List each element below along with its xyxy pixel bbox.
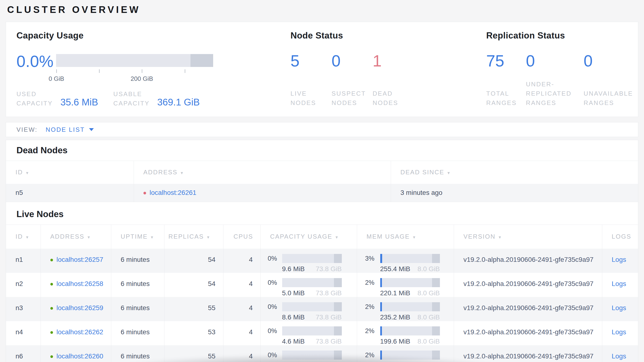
- node-address-link[interactable]: localhost:26262: [56, 328, 103, 336]
- axis-tick-label: 200 GiB: [130, 75, 153, 83]
- capacity-usage-cell: 0% 5.0 MiB73.8 GiB: [260, 273, 357, 297]
- version-cell: v19.2.0-alpha.20190606-2491-gfe735c9a97: [454, 297, 602, 321]
- dead-nodes-label: DEAD NODES: [372, 89, 406, 108]
- node-address-cell: localhost:26258: [40, 273, 111, 297]
- column-header-capacity-usage[interactable]: CAPACITY USAGE▼: [260, 225, 357, 249]
- node-status-section: Node Status 5 LIVE NODES 0 SUSPECT NODES…: [290, 31, 472, 108]
- node-address-cell: localhost:26260: [40, 345, 111, 362]
- mem-reserved-segment: [432, 278, 440, 287]
- logs-cell: Logs: [602, 321, 638, 345]
- node-live-status-dot: [50, 355, 53, 358]
- mem-total-value: 8.0 GiB: [418, 338, 440, 345]
- dead-nodes-table: ID▼ ADDRESS▼ DEAD SINCE▼ n5 localhost:26…: [6, 161, 638, 202]
- logs-cell: Logs: [602, 273, 638, 297]
- version-cell: v19.2.0-alpha.20190606-2491-gfe735c9a97: [454, 345, 602, 362]
- view-dropdown[interactable]: NODE LIST: [46, 126, 94, 133]
- axis-tick: [56, 69, 57, 73]
- column-header-cpus[interactable]: CPUS: [223, 225, 260, 249]
- column-header-logs: LOGS: [602, 225, 638, 249]
- under-replicated-ranges-stat: 0 UNDER-REPLICATED RANGES: [526, 54, 584, 108]
- total-ranges-stat: 75 TOTAL RANGES: [486, 54, 526, 108]
- under-replicated-ranges-label: UNDER-REPLICATED RANGES: [526, 80, 576, 108]
- sort-desc-icon: ▼: [206, 235, 210, 239]
- capacity-percent-label: 0%: [268, 278, 282, 297]
- usable-capacity-stat: USABLE CAPACITY 369.1 GiB: [114, 89, 200, 108]
- used-capacity-stat: USED CAPACITY 35.6 MiB: [16, 89, 98, 108]
- nodes-panel: Dead Nodes ID▼ ADDRESS▼ DEAD SINCE▼ n5 l…: [6, 140, 638, 362]
- mem-used-value: 255.4 MiB: [380, 265, 410, 273]
- column-header-mem-usage[interactable]: MEM USAGE▼: [357, 225, 454, 249]
- column-header-id[interactable]: ID▼: [6, 161, 134, 184]
- logs-link[interactable]: Logs: [612, 280, 626, 287]
- dead-nodes-header-row: ID▼ ADDRESS▼ DEAD SINCE▼: [6, 161, 638, 184]
- node-id-cell: n4: [6, 321, 40, 345]
- view-selector-bar: VIEW: NODE LIST: [6, 122, 638, 137]
- column-label: UPTIME: [121, 233, 148, 240]
- sort-desc-icon: ▼: [498, 235, 502, 239]
- replication-status-section: Replication Status 75 TOTAL RANGES 0 UND…: [486, 31, 639, 108]
- replicas-cell: 55: [164, 345, 223, 362]
- column-label: CAPACITY USAGE: [270, 233, 332, 240]
- capacity-total-value: 73.8 GiB: [316, 265, 342, 273]
- column-header-id[interactable]: ID▼: [6, 225, 40, 249]
- column-label: CPUS: [234, 233, 253, 240]
- node-address-link[interactable]: localhost:26258: [56, 280, 103, 287]
- mem-usage-bar: [380, 302, 440, 311]
- node-id-cell: n5: [6, 184, 134, 202]
- column-header-version[interactable]: VERSION▼: [454, 225, 602, 249]
- mem-reserved-segment: [432, 254, 440, 263]
- logs-link[interactable]: Logs: [612, 328, 626, 336]
- logs-cell: Logs: [602, 249, 638, 273]
- mem-bar-fill: [380, 326, 382, 335]
- capacity-usage-cell: 0% 7.8 MiB73.8 GiB: [260, 345, 357, 362]
- column-header-address[interactable]: ADDRESS▼: [40, 225, 111, 249]
- total-ranges-count: 75: [486, 54, 526, 68]
- logs-link[interactable]: Logs: [612, 352, 626, 360]
- node-id-cell: n3: [6, 297, 40, 321]
- mem-usage-bar: [380, 350, 440, 359]
- node-address-link[interactable]: localhost:26257: [56, 256, 103, 263]
- node-address-link[interactable]: localhost:26259: [56, 304, 103, 311]
- capacity-usage-cell: 0% 8.6 MiB73.8 GiB: [260, 297, 357, 321]
- mem-used-value: 199.6 MiB: [380, 338, 410, 345]
- capacity-used-value: 9.6 MiB: [282, 265, 305, 273]
- used-capacity-value: 35.6 MiB: [60, 97, 98, 108]
- logs-link[interactable]: Logs: [612, 304, 626, 311]
- sort-desc-icon: ▼: [335, 235, 339, 239]
- column-header-replicas[interactable]: REPLICAS▼: [164, 225, 223, 249]
- logs-link[interactable]: Logs: [612, 256, 626, 263]
- sort-desc-icon: ▼: [412, 235, 416, 239]
- column-label: MEM USAGE: [367, 233, 410, 240]
- mem-usage-cell: 3% 255.4 MiB8.0 GiB: [357, 249, 454, 273]
- capacity-usage-bar: [282, 302, 342, 311]
- mem-percent-label: 3%: [365, 254, 380, 273]
- capacity-used-value: 4.6 MiB: [282, 338, 305, 345]
- capacity-percent-value: 0.0%: [16, 54, 56, 68]
- column-label: ID: [16, 233, 23, 240]
- axis-tick: [99, 69, 100, 73]
- capacity-reserved-segment: [334, 278, 342, 287]
- node-status-stats: 5 LIVE NODES 0 SUSPECT NODES 1 DEAD NODE…: [290, 54, 472, 108]
- logs-cell: Logs: [602, 345, 638, 362]
- total-ranges-label: TOTAL RANGES: [486, 89, 520, 108]
- column-header-address[interactable]: ADDRESS▼: [134, 161, 391, 184]
- uptime-cell: 6 minutes: [111, 345, 164, 362]
- capacity-usage-bar: [282, 254, 342, 263]
- suspect-nodes-count: 0: [332, 54, 372, 68]
- logs-cell: Logs: [602, 297, 638, 321]
- live-node-row: n6 localhost:26260 6 minutes 55 4 0% 7.8…: [6, 345, 638, 362]
- cluster-overview-page: CLUSTER OVERVIEW Capacity Usage 0.0% 0 G…: [0, 0, 644, 362]
- live-nodes-table: ID▼ ADDRESS▼ UPTIME▼ REPLICAS▼ CPUS CAPA…: [6, 225, 638, 362]
- mem-usage-bar: [380, 278, 440, 287]
- view-dropdown-value[interactable]: NODE LIST: [46, 126, 85, 133]
- live-node-row: n4 localhost:26262 6 minutes 53 4 0% 4.6…: [6, 321, 638, 345]
- replicas-cell: 53: [164, 321, 223, 345]
- column-header-uptime[interactable]: UPTIME▼: [111, 225, 164, 249]
- node-address-link[interactable]: localhost:26261: [150, 189, 196, 196]
- column-header-dead-since[interactable]: DEAD SINCE▼: [391, 161, 638, 184]
- live-node-row: n2 localhost:26258 6 minutes 54 4 0% 5.0…: [6, 273, 638, 297]
- sort-desc-icon: ▼: [25, 171, 30, 175]
- node-address-link[interactable]: localhost:26260: [56, 352, 103, 360]
- mem-percent-label: 2%: [365, 302, 380, 321]
- usable-capacity-value: 369.1 GiB: [157, 97, 200, 108]
